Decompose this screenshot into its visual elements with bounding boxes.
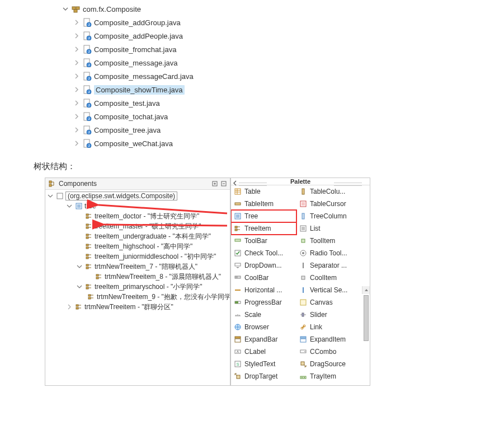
scroll-thumb[interactable] bbox=[364, 295, 369, 341]
tree-item[interactable]: treeItem_doctor - "博士研究生同学" bbox=[46, 211, 230, 221]
palette-item[interactable]: TreeItem bbox=[231, 222, 296, 235]
palette-collapse-icon[interactable] bbox=[232, 180, 238, 188]
palette-item[interactable]: DropDown... bbox=[231, 259, 296, 272]
chevron-down-icon[interactable] bbox=[46, 192, 54, 200]
palette-item[interactable]: ExpandItem bbox=[296, 333, 362, 346]
tree-item[interactable]: trtmNewTreeitem_9 - "抱歉，您没有小学同学" bbox=[46, 292, 230, 302]
expand-icon[interactable] bbox=[65, 303, 73, 311]
svg-point-99 bbox=[304, 377, 305, 378]
palette-icon bbox=[233, 372, 242, 381]
file-row[interactable]: J Composite_addGroup.java bbox=[62, 16, 504, 29]
palette-icon bbox=[299, 286, 308, 295]
palette-item[interactable]: Browser bbox=[231, 321, 296, 333]
file-row[interactable]: J Composite_messageCard.java bbox=[62, 69, 504, 83]
palette-item[interactable]: ExpandBar bbox=[231, 333, 296, 346]
file-row[interactable]: J Composite_message.java bbox=[62, 56, 504, 69]
collapse-all-button[interactable] bbox=[220, 180, 228, 188]
expand-icon[interactable] bbox=[76, 242, 83, 250]
palette-item[interactable]: ProgressBar bbox=[231, 296, 296, 309]
tree-item[interactable]: trtmNewTreeitem_7 - "陪聊机器人" bbox=[46, 262, 230, 272]
palette-item[interactable]: ToolBar bbox=[231, 235, 296, 247]
chevron-right-icon[interactable] bbox=[73, 99, 81, 107]
palette-label: Tree bbox=[244, 212, 258, 220]
svg-text:J: J bbox=[88, 117, 90, 120]
palette-item[interactable]: Check Tool... bbox=[231, 247, 296, 259]
chevron-down-icon[interactable] bbox=[62, 5, 69, 13]
palette-item[interactable]: S StyledText bbox=[231, 358, 296, 370]
palette-item[interactable]: Slider bbox=[296, 309, 362, 321]
palette-icon bbox=[233, 261, 242, 270]
palette-grid: Table TableColu... TableItem TableCursor… bbox=[231, 185, 370, 385]
file-row[interactable]: J Composite_tree.java bbox=[62, 123, 504, 137]
palette-item[interactable]: Separator ... bbox=[296, 259, 362, 272]
java-file-icon: J bbox=[83, 58, 92, 67]
tree-item[interactable]: trtmNewTreeitem_8 - "源晨陪聊机器人" bbox=[46, 272, 230, 282]
file-label: Composite_addPeople.java bbox=[94, 32, 183, 40]
expand-icon[interactable] bbox=[65, 202, 73, 210]
palette-item[interactable]: TableItem bbox=[231, 198, 296, 210]
tree-item[interactable]: trtmNewTreeitem - "群聊分区" bbox=[46, 302, 230, 312]
palette-item[interactable]: List bbox=[296, 222, 362, 235]
palette-item[interactable]: TableCursor bbox=[296, 198, 362, 210]
chevron-right-icon[interactable] bbox=[73, 45, 81, 53]
package-label: com.fx.Composite bbox=[83, 5, 141, 13]
palette-item[interactable]: Tree bbox=[231, 210, 296, 222]
file-row[interactable]: J Composite_weChat.java bbox=[62, 137, 504, 150]
chevron-right-icon[interactable] bbox=[73, 18, 81, 26]
svg-point-75 bbox=[302, 252, 304, 254]
palette-item[interactable]: Table bbox=[231, 185, 296, 198]
palette-item[interactable]: Canvas bbox=[296, 296, 362, 309]
tree-item[interactable]: treeItem_juniormiddleschool - "初中同学" bbox=[46, 251, 230, 262]
palette-label: ToolBar bbox=[244, 237, 267, 245]
palette-item[interactable]: DropTarget bbox=[231, 370, 296, 382]
tree-item[interactable]: tree bbox=[46, 201, 230, 211]
palette-item[interactable]: TableColu... bbox=[296, 185, 362, 198]
file-row[interactable]: J Composite_showTime.java bbox=[62, 83, 504, 96]
tree-item[interactable]: treeItem_highschool - "高中同学" bbox=[46, 241, 230, 251]
chevron-right-icon[interactable] bbox=[73, 59, 81, 67]
palette-item[interactable]: Radio Tool... bbox=[296, 247, 362, 259]
expand-icon[interactable] bbox=[76, 232, 83, 240]
scroll-up-icon[interactable] bbox=[362, 286, 370, 294]
svg-rect-42 bbox=[86, 227, 88, 228]
chevron-right-icon[interactable] bbox=[73, 139, 81, 147]
item-icon bbox=[84, 252, 93, 261]
palette-icon bbox=[233, 212, 242, 221]
palette-item[interactable]: TrayItem bbox=[296, 370, 362, 382]
palette-item[interactable]: Vertical Se... bbox=[296, 284, 362, 296]
expand-all-button[interactable] bbox=[211, 180, 219, 188]
tree-item[interactable]: treeItem_primaryschool - "小学同学" bbox=[46, 282, 230, 292]
palette-icon bbox=[233, 323, 242, 332]
chevron-right-icon[interactable] bbox=[73, 86, 81, 94]
file-row[interactable]: J Composite_addPeople.java bbox=[62, 29, 504, 43]
expand-icon[interactable] bbox=[76, 253, 83, 260]
file-row[interactable]: J Composite_tochat.java bbox=[62, 110, 504, 123]
palette-item[interactable]: Link bbox=[296, 321, 362, 333]
expand-icon[interactable] bbox=[76, 212, 83, 220]
chevron-right-icon[interactable] bbox=[73, 32, 81, 40]
comp-root[interactable]: (org.eclipse.swt.widgets.Composite) bbox=[46, 191, 230, 201]
palette-item[interactable]: TreeColumn bbox=[296, 210, 362, 222]
palette-item[interactable]: CoolItem bbox=[296, 272, 362, 284]
palette-scrollbar[interactable] bbox=[362, 286, 370, 294]
chevron-right-icon[interactable] bbox=[73, 72, 81, 80]
palette-header: Palette bbox=[231, 178, 370, 185]
expand-icon[interactable] bbox=[76, 283, 83, 291]
tree-item[interactable]: treeItem_master - "硕士研究生同学" bbox=[46, 221, 230, 231]
expand-icon[interactable] bbox=[86, 273, 93, 281]
tree-item[interactable]: treeItem_undergraduate - "本科生同学" bbox=[46, 231, 230, 241]
palette-item[interactable]: A CLabel bbox=[231, 346, 296, 358]
palette-item[interactable]: ToolItem bbox=[296, 235, 362, 247]
file-row[interactable]: J Composite_fromchat.java bbox=[62, 43, 504, 56]
palette-item[interactable]: DragSource bbox=[296, 358, 362, 370]
expand-icon[interactable] bbox=[76, 222, 83, 230]
palette-item[interactable]: Scale bbox=[231, 309, 296, 321]
chevron-right-icon[interactable] bbox=[73, 113, 81, 120]
palette-item[interactable]: Horizontal ... bbox=[231, 284, 296, 296]
file-row[interactable]: J Composite_test.java bbox=[62, 96, 504, 110]
chevron-right-icon[interactable] bbox=[73, 126, 81, 134]
expand-icon[interactable] bbox=[76, 263, 83, 270]
palette-item[interactable]: CoolBar bbox=[231, 272, 296, 284]
palette-item[interactable]: CCombo bbox=[296, 346, 362, 358]
package-row[interactable]: com.fx.Composite bbox=[62, 2, 504, 16]
